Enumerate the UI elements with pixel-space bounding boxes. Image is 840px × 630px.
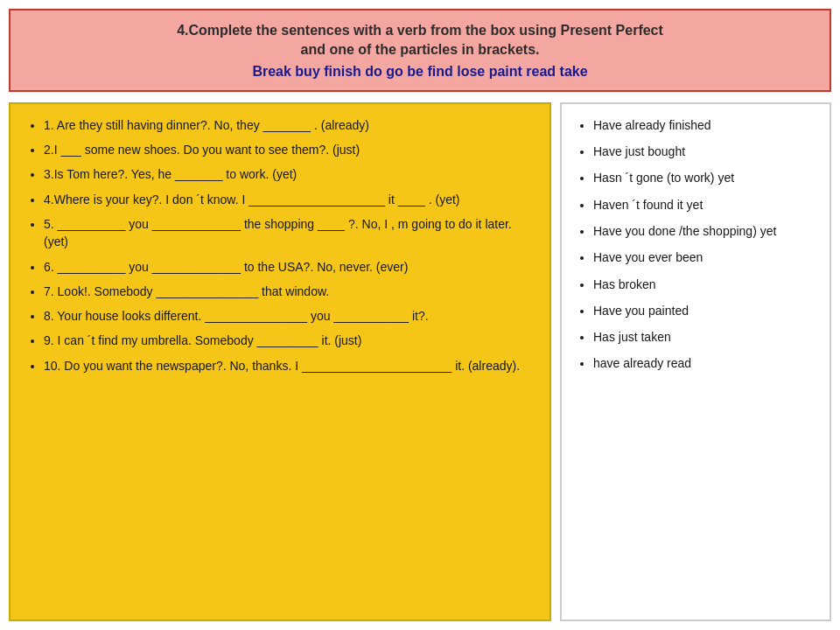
- left-list-item: 3.Is Tom here?. Yes, he _______ to work.…: [44, 165, 534, 183]
- left-panel: 1. Are they still having dinner?. No, th…: [9, 102, 551, 621]
- header-title: 4.Complete the sentences with a verb fro…: [28, 21, 812, 60]
- left-list-item: 6. __________ you _____________ to the U…: [44, 258, 534, 276]
- right-list-item: Hasn ´t gone (to work) yet: [593, 169, 814, 186]
- header-box: 4.Complete the sentences with a verb fro…: [9, 9, 831, 92]
- right-list-item: Have you painted: [593, 302, 814, 319]
- right-list-item: Haven ´t found it yet: [593, 196, 814, 214]
- left-list-item: 7. Look!. Somebody _______________ that …: [44, 283, 534, 300]
- right-list-item: Have just bought: [593, 143, 814, 160]
- header-title-line2: and one of the particles in brackets.: [301, 42, 540, 57]
- content-area: 1. Are they still having dinner?. No, th…: [9, 102, 831, 621]
- header-title-line1: 4.Complete the sentences with a verb fro…: [177, 23, 663, 38]
- left-list-item: 1. Are they still having dinner?. No, th…: [44, 116, 534, 134]
- right-list-item: Have you done /the shopping) yet: [593, 222, 814, 240]
- right-panel: Have already finishedHave just boughtHas…: [560, 102, 831, 621]
- left-list-item: 10. Do you want the newspaper?. No, than…: [44, 357, 534, 374]
- right-list-item: Has broken: [593, 276, 814, 293]
- left-list: 1. Are they still having dinner?. No, th…: [26, 116, 534, 374]
- right-list-item: Have already finished: [593, 116, 814, 134]
- left-list-item: 9. I can ´t find my umbrella. Somebody _…: [44, 332, 534, 349]
- right-list-item: Have you ever been: [593, 248, 814, 266]
- left-list-item: 2.I ___ some new shoes. Do you want to s…: [44, 141, 534, 158]
- right-list-item: have already read: [593, 354, 814, 372]
- left-list-item: 4.Where is your key?. I don ´t know. I _…: [44, 191, 534, 208]
- right-list: Have already finishedHave just boughtHas…: [578, 116, 814, 373]
- right-list-item: Has just taken: [593, 328, 814, 346]
- left-list-item: 5. __________ you _____________ the shop…: [44, 215, 534, 251]
- header-words: Break buy finish do go be find lose pain…: [28, 64, 812, 80]
- left-list-item: 8. Your house looks different. _________…: [44, 307, 534, 325]
